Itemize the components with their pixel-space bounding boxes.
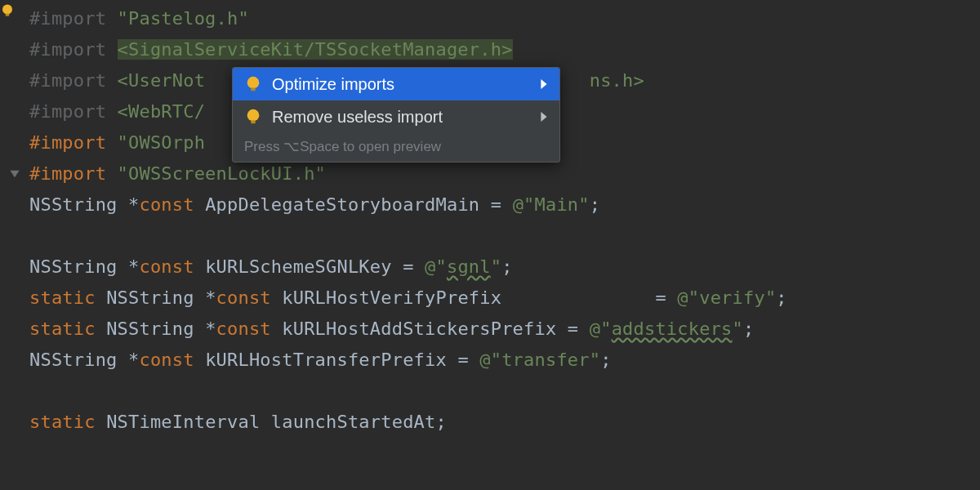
intention-actions-menu: Optimize imports Remove useless import P…: [232, 67, 560, 163]
lightbulb-icon: [244, 108, 262, 126]
code-line[interactable]: [29, 220, 980, 252]
lightbulb-icon: [244, 75, 262, 93]
code-editor[interactable]: #import "Pastelog.h"#import <SignalServi…: [0, 0, 980, 438]
menu-item-label: Remove useless import: [272, 108, 443, 127]
menu-item-optimize-imports[interactable]: Optimize imports: [233, 68, 559, 100]
menu-hint: Press ⌥Space to open preview: [233, 133, 559, 162]
lightbulb-icon[interactable]: [0, 3, 15, 18]
code-line[interactable]: [29, 376, 980, 407]
code-line[interactable]: #import <SignalServiceKit/TSSocketManage…: [29, 34, 980, 65]
svg-rect-1: [6, 14, 10, 16]
submenu-arrow-icon: [540, 112, 548, 122]
svg-point-0: [2, 5, 12, 15]
code-line[interactable]: static NSString *const kURLHostVerifyPre…: [29, 283, 980, 314]
menu-item-remove-useless-import[interactable]: Remove useless import: [233, 100, 559, 133]
code-line[interactable]: static NSString *const kURLHostAddSticke…: [29, 314, 980, 345]
code-line[interactable]: #import "Pastelog.h": [29, 3, 980, 34]
svg-rect-5: [251, 121, 256, 124]
fold-icon[interactable]: [0, 158, 29, 189]
code-line[interactable]: NSString *const AppDelegateStoryboardMai…: [29, 189, 980, 220]
code-line[interactable]: NSString *const kURLSchemeSGNLKey = @"sg…: [29, 252, 980, 283]
code-line[interactable]: #import "OWSScreenLockUI.h": [29, 158, 980, 189]
menu-item-label: Optimize imports: [272, 75, 394, 94]
svg-point-4: [247, 109, 260, 122]
submenu-arrow-icon: [540, 79, 548, 89]
svg-rect-3: [251, 88, 256, 91]
svg-point-2: [247, 77, 260, 89]
code-line[interactable]: static NSTimeInterval launchStartedAt;: [29, 407, 980, 438]
code-line[interactable]: NSString *const kURLHostTransferPrefix =…: [29, 345, 980, 376]
